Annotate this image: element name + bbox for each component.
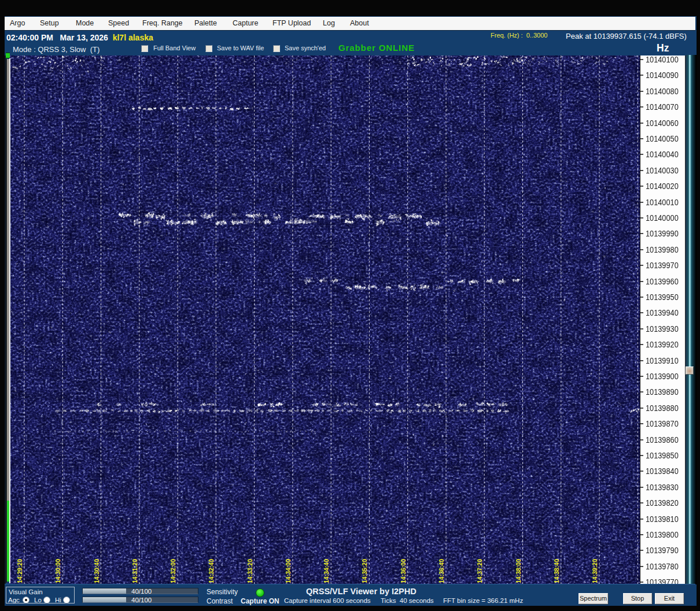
svg-text:14:36:00: 14:36:00 (400, 559, 407, 583)
svg-text:14:35:20: 14:35:20 (361, 559, 368, 583)
svg-text:14:33:20: 14:33:20 (246, 559, 253, 583)
svg-text:14:34:40: 14:34:40 (323, 559, 330, 583)
svg-text:14:38:40: 14:38:40 (553, 559, 560, 583)
svg-text:14:29:20: 14:29:20 (16, 559, 23, 583)
svg-text:14:39:20: 14:39:20 (591, 559, 598, 583)
svg-text:14:32:00: 14:32:00 (170, 559, 176, 583)
svg-text:14:37:20: 14:37:20 (476, 559, 483, 583)
svg-text:14:30:40: 14:30:40 (93, 559, 100, 583)
svg-text:14:34:00: 14:34:00 (285, 559, 292, 583)
svg-text:14:30:00: 14:30:00 (54, 559, 61, 583)
svg-text:14:38:00: 14:38:00 (515, 559, 522, 583)
svg-text:14:31:20: 14:31:20 (131, 559, 138, 583)
svg-text:14:32:40: 14:32:40 (208, 559, 215, 583)
svg-text:14:36:40: 14:36:40 (438, 559, 445, 583)
